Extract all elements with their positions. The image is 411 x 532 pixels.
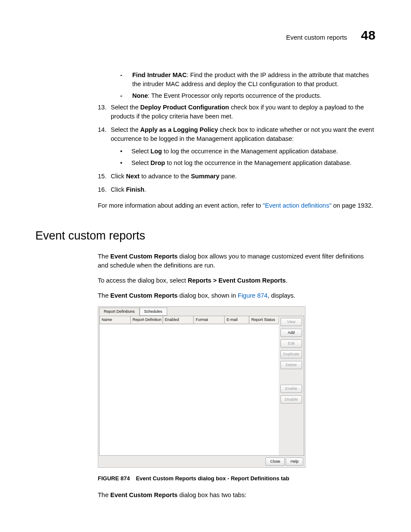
tab-report-definitions[interactable]: Report Definitions bbox=[99, 308, 140, 316]
list-item: Find Intruder MAC: Find the product with… bbox=[120, 71, 376, 89]
step-14: 14. Select the Apply as a Logging Policy… bbox=[98, 125, 376, 168]
list-item: None: The Event Processor only reports o… bbox=[120, 91, 376, 100]
list-item: Select Drop to not log the occurrence in… bbox=[120, 159, 376, 168]
intro-paragraph: The Event Custom Reports dialog box allo… bbox=[98, 252, 376, 270]
step-number: 15. bbox=[98, 172, 106, 181]
step-text: Click Next to advance to the Summary pan… bbox=[111, 173, 237, 180]
edit-button[interactable]: Edit bbox=[280, 339, 302, 348]
side-button-panel: View Add Edit Duplicate Delete Enable Di… bbox=[279, 316, 304, 455]
sub-bullet-list: Select Log to log the occurrence in the … bbox=[111, 147, 376, 168]
enable-button[interactable]: Enable bbox=[280, 385, 302, 393]
term: Find Intruder MAC bbox=[132, 72, 187, 78]
figure-caption: FIGURE 874Event Custom Reports dialog bo… bbox=[98, 475, 376, 483]
table-headers: Name Report Definition Enabled Format E-… bbox=[100, 316, 279, 324]
shown-paragraph: The Event Custom Reports dialog box, sho… bbox=[98, 291, 376, 300]
header-section-title: Event custom reports bbox=[286, 33, 347, 42]
dialog-content: Name Report Definition Enabled Format E-… bbox=[99, 316, 304, 456]
step-number: 16. bbox=[98, 185, 106, 194]
page-header: Event custom reports 48 bbox=[35, 26, 376, 45]
col-name[interactable]: Name bbox=[100, 316, 131, 324]
section-heading: Event custom reports bbox=[35, 227, 376, 244]
col-email[interactable]: E-mail bbox=[224, 316, 249, 324]
section-body: The Event Custom Reports dialog box allo… bbox=[98, 252, 376, 300]
chapter-number: 48 bbox=[361, 26, 376, 45]
figure-caption-text: Event Custom Reports dialog box - Report… bbox=[136, 475, 289, 482]
more-info-paragraph: For more information about adding an eve… bbox=[98, 201, 376, 210]
view-button[interactable]: View bbox=[280, 318, 302, 326]
access-paragraph: To access the dialog box, select Reports… bbox=[98, 276, 376, 285]
event-action-definitions-link[interactable]: "Event action definitions" bbox=[263, 202, 331, 209]
term-text: : The Event Processor only reports occur… bbox=[148, 92, 321, 99]
add-button[interactable]: Add bbox=[280, 329, 302, 337]
delete-button[interactable]: Delete bbox=[280, 361, 302, 369]
step-15: 15. Click Next to advance to the Summary… bbox=[98, 172, 376, 181]
help-button[interactable]: Help bbox=[286, 457, 303, 466]
figure-label: FIGURE 874 bbox=[98, 475, 130, 482]
step-text: Select the Deploy Product Configuration … bbox=[111, 104, 364, 120]
col-format[interactable]: Format bbox=[193, 316, 224, 324]
term: None bbox=[132, 92, 148, 99]
col-enabled[interactable]: Enabled bbox=[163, 316, 194, 324]
step-number: 14. bbox=[98, 125, 106, 134]
step-text: Select the Apply as a Logging Policy che… bbox=[111, 126, 374, 142]
closing-paragraph: The Event Custom Reports dialog box has … bbox=[98, 491, 376, 500]
numbered-steps: 13. Select the Deploy Product Configurat… bbox=[98, 103, 376, 194]
figure-874-link[interactable]: Figure 874 bbox=[238, 292, 268, 299]
body-content: Find Intruder MAC: Find the product with… bbox=[98, 71, 376, 210]
step-number: 13. bbox=[98, 103, 106, 112]
close-button[interactable]: Close bbox=[265, 457, 285, 466]
disable-button[interactable]: Disable bbox=[280, 395, 302, 404]
duplicate-button[interactable]: Duplicate bbox=[280, 350, 302, 358]
step-13: 13. Select the Deploy Product Configurat… bbox=[98, 103, 376, 121]
dialog-tabs: Report Definitions Schedules bbox=[98, 307, 305, 316]
report-table: Name Report Definition Enabled Format E-… bbox=[100, 316, 279, 455]
dash-list: Find Intruder MAC: Find the product with… bbox=[98, 71, 376, 100]
col-report-definition[interactable]: Report Definition bbox=[131, 316, 163, 324]
figure-874: Report Definitions Schedules Name Report… bbox=[98, 306, 376, 500]
event-custom-reports-dialog: Report Definitions Schedules Name Report… bbox=[98, 306, 305, 468]
step-text: Click Finish. bbox=[111, 186, 146, 193]
button-gap bbox=[280, 372, 302, 382]
table-body-empty bbox=[100, 324, 279, 455]
list-item: Select Log to log the occurrence in the … bbox=[120, 147, 376, 156]
col-report-status[interactable]: Report Status bbox=[249, 316, 279, 324]
tab-schedules[interactable]: Schedules bbox=[140, 308, 167, 316]
dialog-bottom-buttons: Close Help bbox=[265, 457, 303, 466]
step-16: 16. Click Finish. bbox=[98, 185, 376, 194]
